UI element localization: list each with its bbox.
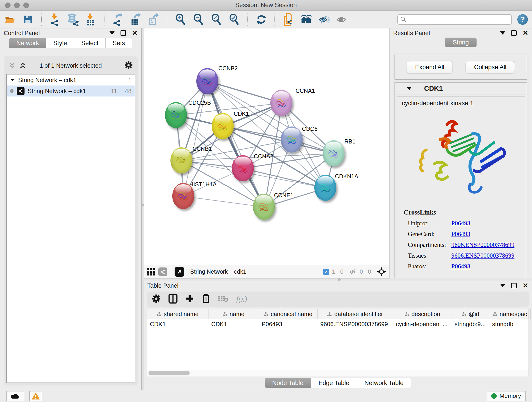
- scrollbar-thumb[interactable]: [148, 371, 190, 375]
- collapse-all-button[interactable]: Collapse All: [466, 61, 515, 73]
- tab-node-table[interactable]: Node Table: [265, 378, 311, 388]
- table-cell[interactable]: 9606.ENSP00000378699: [317, 319, 393, 330]
- crosslink-link[interactable]: P06493: [451, 220, 470, 227]
- control-panel-float-button[interactable]: [120, 30, 126, 36]
- crosslink-link[interactable]: P06493: [451, 230, 470, 238]
- network-node-ccna2[interactable]: [232, 155, 254, 181]
- network-row[interactable]: String Network – cdk1 11 48: [7, 85, 135, 96]
- import-table-file-button[interactable]: [85, 13, 97, 26]
- crosslink-row: Uniprot: P06493: [397, 220, 525, 227]
- tab-network-table[interactable]: Network Table: [357, 378, 411, 388]
- column-header-shared-name[interactable]: shared name: [147, 309, 209, 319]
- tab-select[interactable]: Select: [74, 38, 105, 48]
- network-node-cdkn1a[interactable]: [314, 175, 336, 201]
- refresh-button[interactable]: [255, 13, 267, 26]
- show-columns-button[interactable]: [168, 294, 177, 305]
- network-node-ccnb2[interactable]: [196, 68, 218, 94]
- table-panel-close-button[interactable]: ✕: [523, 282, 528, 289]
- column-header-canonical-name[interactable]: canonical name: [259, 309, 317, 319]
- table-row[interactable]: CDK1CDK1P064939606.ENSP00000378699cyclin…: [147, 319, 529, 330]
- tab-style[interactable]: Style: [46, 38, 74, 48]
- network-node-ccnb1[interactable]: [171, 147, 192, 173]
- add-column-button[interactable]: [185, 294, 194, 304]
- zoom-out-button[interactable]: [192, 13, 204, 26]
- memory-button[interactable]: Memory: [487, 391, 526, 401]
- bottom-splitter[interactable]: [144, 279, 532, 281]
- network-node-cdc25b[interactable]: [165, 102, 187, 128]
- gene-expand-arrow-icon[interactable]: [407, 87, 412, 90]
- delete-column-button[interactable]: [202, 294, 210, 305]
- tab-string[interactable]: String: [445, 38, 477, 47]
- delete-table-button[interactable]: [218, 295, 228, 303]
- column-header-name[interactable]: name: [209, 309, 259, 319]
- save-session-button[interactable]: [22, 13, 34, 26]
- table-cell[interactable]: CDK1: [209, 319, 259, 330]
- birdseye-view-button[interactable]: [175, 267, 184, 277]
- import-network-database-button[interactable]: [67, 13, 79, 26]
- column-header-@id[interactable]: @id: [452, 309, 489, 319]
- grid-view-icon[interactable]: [147, 268, 155, 275]
- column-header-namespac[interactable]: namespac: [489, 309, 531, 319]
- selected-indicator-checkbox[interactable]: [323, 269, 329, 275]
- expand-all-button[interactable]: Expand All: [407, 61, 453, 73]
- network-edge[interactable]: [208, 81, 264, 207]
- zoom-selected-button[interactable]: [228, 13, 240, 26]
- open-session-button[interactable]: [4, 13, 16, 26]
- column-header-database-identifier[interactable]: database identifier: [317, 309, 393, 319]
- home-button[interactable]: [300, 13, 312, 26]
- apply-function-button[interactable]: f(x): [236, 295, 247, 303]
- table-panel-float-button[interactable]: [511, 283, 517, 288]
- network-collection-row[interactable]: String Network – cdk1 1: [7, 75, 135, 85]
- save-floppy-icon: [23, 15, 32, 24]
- crosshair-icon[interactable]: [377, 267, 386, 276]
- network-edge[interactable]: [243, 168, 326, 188]
- results-panel-close-button[interactable]: ✕: [523, 30, 528, 36]
- help-button[interactable]: ?: [517, 14, 528, 25]
- crosslink-link[interactable]: 9606.ENSP00000378699: [451, 241, 514, 249]
- crosslink-link[interactable]: P06493: [451, 263, 470, 270]
- network-edge[interactable]: [184, 81, 208, 196]
- network-edge[interactable]: [184, 196, 265, 207]
- network-canvas[interactable]: CCNB2 CCNA1 CDC25B CDK1 CDC6 RB1 CCNB1 C…: [144, 28, 389, 265]
- crosslink-label: Compartments:: [408, 241, 451, 249]
- import-network-file-button[interactable]: [49, 13, 61, 26]
- tab-edge-table[interactable]: Edge Table: [311, 378, 357, 388]
- table-horizontal-scrollbar[interactable]: [147, 370, 529, 376]
- tab-network[interactable]: Network: [9, 38, 46, 48]
- toolbar-search[interactable]: [397, 14, 512, 25]
- control-panel-close-button[interactable]: ✕: [132, 30, 138, 36]
- table-cell[interactable]: stringdb:9...: [452, 319, 489, 330]
- table-cell[interactable]: cyclin-dependent ...: [393, 319, 452, 330]
- tab-sets[interactable]: Sets: [106, 38, 132, 48]
- zoom-fit-button[interactable]: [210, 13, 222, 26]
- table-panel-collapse-button[interactable]: [500, 284, 505, 287]
- column-header-description[interactable]: description: [393, 309, 452, 319]
- show-all-button[interactable]: [336, 13, 348, 26]
- zoom-in-button[interactable]: [175, 13, 186, 26]
- table-cell[interactable]: CDK1: [147, 319, 209, 330]
- duplicate-network-button[interactable]: [282, 13, 294, 26]
- network-node-ccna1[interactable]: [270, 90, 292, 116]
- table-cell[interactable]: stringdb: [489, 319, 531, 330]
- crosslink-link[interactable]: 9606.ENSP00000378699: [451, 252, 514, 259]
- table-options-gear-button[interactable]: [152, 294, 161, 304]
- hide-selected-button[interactable]: [318, 13, 330, 26]
- crosslink-row: Tissues: 9606.ENSP00000378699: [397, 252, 525, 259]
- export-image-button[interactable]: [147, 13, 159, 26]
- network-share-icon[interactable]: [158, 268, 167, 276]
- left-splitter[interactable]: [142, 28, 144, 390]
- control-panel-collapse-button[interactable]: [109, 32, 114, 35]
- collection-expand-arrow-icon[interactable]: [10, 79, 14, 81]
- warnings-button[interactable]: [29, 391, 42, 401]
- cloud-status-button[interactable]: [6, 391, 24, 401]
- results-panel-collapse-button[interactable]: [500, 32, 505, 35]
- results-panel-float-button[interactable]: [511, 30, 517, 36]
- network-node-ccne1[interactable]: [253, 194, 275, 220]
- network-node-cdc6[interactable]: [281, 127, 303, 153]
- network-node-rb1[interactable]: [323, 140, 345, 166]
- export-network-button[interactable]: [112, 13, 124, 26]
- search-input[interactable]: [408, 16, 509, 23]
- network-node-cdk1[interactable]: [212, 113, 234, 139]
- table-cell[interactable]: P06493: [259, 319, 317, 330]
- export-table-button[interactable]: [130, 13, 142, 26]
